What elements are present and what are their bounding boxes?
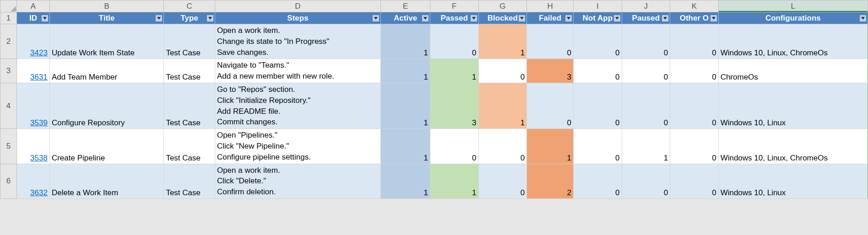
filter-button-i[interactable]	[613, 15, 621, 22]
cell-passed[interactable]: 0	[430, 24, 479, 59]
id-link[interactable]: 3539	[30, 118, 48, 127]
column-header-C[interactable]: C	[164, 0, 215, 12]
filter-button-e[interactable]	[422, 15, 429, 22]
id-link[interactable]: 3631	[30, 73, 48, 81]
cell-active[interactable]: 1	[381, 164, 430, 198]
column-header-F[interactable]: F	[430, 0, 479, 12]
select-all-corner[interactable]	[0, 0, 17, 12]
cell-blocked[interactable]: 0	[478, 129, 527, 164]
cell-paused[interactable]: 0	[622, 83, 670, 128]
table-header-other-o[interactable]: Other O	[670, 12, 719, 24]
table-header-configurations[interactable]: Configurations	[718, 12, 868, 24]
table-header-blocked[interactable]: Blocked	[478, 12, 527, 24]
column-header-E[interactable]: E	[381, 0, 430, 12]
cell-other[interactable]: 0	[670, 83, 719, 128]
column-header-K[interactable]: K	[670, 0, 719, 12]
cell-passed[interactable]: 1	[430, 164, 479, 198]
table-header-passed[interactable]: Passed	[430, 12, 479, 24]
table-header-failed[interactable]: Failed	[527, 12, 574, 24]
cell-failed[interactable]: 1	[527, 129, 574, 164]
cell-config[interactable]: Windows 10, Linux, ChromeOs	[718, 129, 868, 164]
cell-failed[interactable]: 0	[527, 83, 574, 128]
cell-paused[interactable]: 0	[622, 164, 670, 198]
cell-type[interactable]: Test Case	[164, 129, 215, 164]
cell-title[interactable]: Update Work Item State	[49, 24, 163, 59]
column-header-I[interactable]: I	[574, 0, 622, 12]
cell-notapp[interactable]: 0	[574, 83, 622, 128]
cell-paused[interactable]: 0	[622, 59, 670, 83]
cell-blocked[interactable]: 1	[478, 24, 527, 59]
cell-title[interactable]: Delete a Work Item	[49, 164, 163, 198]
cell-blocked[interactable]: 1	[478, 83, 527, 128]
filter-button-g[interactable]	[518, 15, 526, 22]
table-header-id[interactable]: ID	[16, 12, 49, 24]
cell-passed[interactable]: 1	[430, 59, 479, 83]
column-header-A[interactable]: A	[16, 0, 49, 12]
cell-passed[interactable]: 3	[430, 83, 479, 128]
filter-button-b[interactable]	[155, 15, 163, 22]
row-header-1[interactable]: 1	[0, 12, 17, 24]
cell-notapp[interactable]: 0	[574, 59, 622, 83]
id-link[interactable]: 3632	[30, 188, 48, 197]
cell-config[interactable]: ChromeOs	[718, 59, 868, 83]
filter-button-l[interactable]	[859, 15, 867, 22]
cell-id[interactable]: 3423	[16, 24, 49, 59]
cell-active[interactable]: 1	[381, 59, 430, 83]
filter-button-h[interactable]	[565, 15, 572, 22]
cell-steps[interactable]: Open "Pipelines." Click "New Pipeline." …	[215, 129, 380, 164]
cell-steps[interactable]: Go to "Repos" section. Click "Initialize…	[215, 83, 380, 128]
id-link[interactable]: 3423	[30, 48, 48, 57]
filter-button-k[interactable]	[710, 15, 717, 22]
cell-type[interactable]: Test Case	[164, 83, 215, 128]
table-header-active[interactable]: Active	[381, 12, 430, 24]
filter-button-a[interactable]	[41, 15, 49, 22]
filter-button-d[interactable]	[372, 15, 380, 22]
filter-button-c[interactable]	[206, 15, 214, 22]
cell-other[interactable]: 0	[670, 129, 719, 164]
cell-title[interactable]: Configure Repository	[49, 83, 163, 128]
cell-paused[interactable]: 1	[622, 129, 670, 164]
cell-steps[interactable]: Open a work item. Change its state to "I…	[215, 24, 380, 59]
table-header-paused[interactable]: Paused	[622, 12, 670, 24]
cell-active[interactable]: 1	[381, 24, 430, 59]
cell-steps[interactable]: Navigate to "Teams." Add a new member wi…	[215, 59, 380, 83]
column-header-G[interactable]: G	[478, 0, 527, 12]
cell-blocked[interactable]: 0	[478, 164, 527, 198]
cell-notapp[interactable]: 0	[574, 129, 622, 164]
cell-id[interactable]: 3539	[16, 83, 49, 128]
table-header-type[interactable]: Type	[164, 12, 215, 24]
cell-title[interactable]: Add Team Member	[49, 59, 163, 83]
cell-title[interactable]: Create Pipeline	[49, 129, 163, 164]
table-header-title[interactable]: Title	[49, 12, 163, 24]
column-header-L[interactable]: L	[718, 0, 868, 12]
cell-steps[interactable]: Open a work item. Click "Delete." Confir…	[215, 164, 380, 198]
cell-config[interactable]: Windows 10, Linux, ChromeOs	[718, 24, 868, 59]
row-header[interactable]: 6	[0, 164, 17, 198]
filter-button-j[interactable]	[662, 15, 669, 22]
cell-notapp[interactable]: 0	[574, 24, 622, 59]
cell-active[interactable]: 1	[381, 129, 430, 164]
cell-paused[interactable]: 0	[622, 24, 670, 59]
cell-blocked[interactable]: 0	[478, 59, 527, 83]
cell-failed[interactable]: 0	[527, 24, 574, 59]
table-header-not-app[interactable]: Not App	[574, 12, 622, 24]
column-header-J[interactable]: J	[622, 0, 670, 12]
column-header-H[interactable]: H	[527, 0, 574, 12]
cell-type[interactable]: Test Case	[164, 164, 215, 198]
cell-other[interactable]: 0	[670, 164, 719, 198]
row-header[interactable]: 2	[0, 24, 17, 59]
cell-id[interactable]: 3538	[16, 129, 49, 164]
cell-other[interactable]: 0	[670, 59, 719, 83]
cell-passed[interactable]: 0	[430, 129, 479, 164]
row-header[interactable]: 5	[0, 129, 17, 164]
cell-failed[interactable]: 2	[527, 164, 574, 198]
table-header-steps[interactable]: Steps	[215, 12, 380, 24]
cell-config[interactable]: Windows 10, Linux	[718, 164, 868, 198]
filter-button-f[interactable]	[470, 15, 477, 22]
cell-active[interactable]: 1	[381, 83, 430, 128]
cell-type[interactable]: Test Case	[164, 24, 215, 59]
cell-id[interactable]: 3631	[16, 59, 49, 83]
row-header[interactable]: 3	[0, 59, 17, 83]
column-header-D[interactable]: D	[215, 0, 380, 12]
cell-other[interactable]: 0	[670, 24, 719, 59]
